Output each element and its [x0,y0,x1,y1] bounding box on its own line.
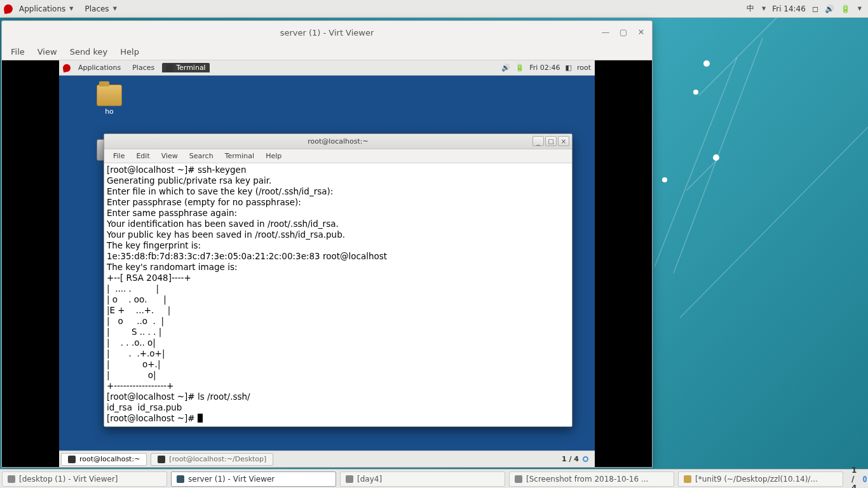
virt-viewer-display[interactable]: Applications Places Terminal 🔊 🔋 Fri 02:… [2,60,652,467]
task-desktop-vv[interactable]: [desktop (1) - Virt Viewer] [2,471,167,487]
folder-icon [97,85,122,106]
host-top-panel: Applications ▼ Places ▼ 中 ▼ Fri 14:46 ◻ … [0,0,868,18]
volume-icon[interactable]: 🔊 [825,4,834,13]
terminal-output[interactable]: [root@localhost ~]# ssh-keygen Generatin… [104,163,572,426]
term-menu-search[interactable]: Search [184,151,219,161]
workspace-dot-icon [863,476,867,482]
terminal-title: root@localhost:~ [308,137,368,146]
window-title: server (1) - Virt Viewer [280,28,374,37]
volume-icon[interactable]: 🔊 [501,64,510,72]
host-workspace-indicator[interactable]: 1 / 4 [845,466,868,489]
svg-point-5 [703,60,710,67]
maximize-button[interactable]: □ [545,136,557,146]
term-menu-edit[interactable]: Edit [131,151,154,161]
guest-places-menu[interactable]: Places [128,63,158,72]
guest-task-desktop-folder[interactable]: [root@localhost:~/Desktop] [151,453,273,466]
places-menu[interactable]: Places ▼ [79,3,121,15]
battery-icon[interactable]: 🔋 [841,4,850,13]
guest-terminal-app[interactable]: Terminal [162,63,210,72]
minimize-button[interactable]: — [599,25,613,39]
battery-icon[interactable]: 🔋 [515,64,524,72]
task-screenshot[interactable]: [Screenshot from 2018-10-16 ... [509,471,674,487]
task-unit9[interactable]: [*unit9 (~/Desktop/zzl(10.14)/... [678,471,843,487]
terminal-text: [root@localhost ~]# ssh-keygen Generatin… [107,165,387,423]
image-viewer-icon [515,475,522,483]
chevron-down-icon: ▼ [858,6,862,11]
guest-desktop[interactable]: Applications Places Terminal 🔊 🔋 Fri 02:… [59,60,595,467]
menu-view[interactable]: View [32,46,62,58]
svg-line-1 [674,38,763,273]
ime-indicator[interactable]: 中 [747,3,754,14]
svg-line-2 [686,159,718,191]
editor-icon [684,475,691,483]
guest-wallpaper[interactable]: ho Tr root@localhost:~ _ □ × [59,76,595,451]
virt-viewer-titlebar[interactable]: server (1) - Virt Viewer — ▢ ✕ [2,21,652,44]
svg-point-8 [662,177,667,182]
app-icon [8,475,15,483]
gnome-terminal-window[interactable]: root@localhost:~ _ □ × File Edit View Se [104,133,573,427]
maximize-button[interactable]: ▢ [616,25,630,39]
terminal-icon [166,64,173,72]
term-menu-file[interactable]: File [108,151,130,161]
close-button[interactable]: × [558,136,569,146]
minimize-button[interactable]: _ [532,136,544,146]
close-button[interactable]: ✕ [634,25,648,39]
distro-logo-icon [62,64,71,72]
menu-help[interactable]: Help [115,46,144,58]
terminal-titlebar[interactable]: root@localhost:~ _ □ × [104,134,572,149]
host-bottom-panel: [desktop (1) - Virt Viewer] server (1) -… [0,469,868,488]
terminal-icon [68,456,76,463]
virt-viewer-window[interactable]: server (1) - Virt Viewer — ▢ ✕ File View… [1,20,653,468]
svg-line-4 [680,127,868,318]
workspace-icon[interactable]: ◻ [812,4,818,13]
guest-workspace-indicator[interactable]: 1 / 4 [555,455,595,463]
guest-top-panel: Applications Places Terminal 🔊 🔋 Fri 02:… [59,60,595,76]
guest-bottom-panel: root@localhost:~ [root@localhost:~/Deskt… [59,451,595,467]
term-menu-help[interactable]: Help [261,151,287,161]
svg-point-6 [693,90,698,95]
app-icon [177,475,184,483]
home-folder-icon[interactable]: ho [87,85,132,116]
terminal-cursor [198,414,203,423]
power-icon[interactable]: ◧ [566,64,572,72]
guest-task-terminal[interactable]: root@localhost:~ [61,453,147,466]
host-desktop: Applications ▼ Places ▼ 中 ▼ Fri 14:46 ◻ … [0,0,868,488]
home-label: ho [105,107,114,116]
chevron-down-icon: ▼ [69,6,73,11]
terminal-icon [158,456,165,463]
task-day4[interactable]: [day4] [340,471,505,487]
workspace-dot-icon [583,456,588,462]
places-label: Places [85,4,109,13]
applications-label: Applications [19,4,65,13]
guest-applications-menu[interactable]: Applications [74,63,125,72]
guest-user[interactable]: root [577,64,591,72]
terminal-menubar: File Edit View Search Terminal Help [104,149,572,163]
distro-logo-icon [3,3,13,13]
clock[interactable]: Fri 14:46 [772,4,806,13]
chevron-down-icon: ▼ [113,6,117,11]
task-server-vv[interactable]: server (1) - Virt Viewer [171,471,336,487]
term-menu-terminal[interactable]: Terminal [220,151,260,161]
virt-viewer-menubar: File View Send key Help [2,44,652,60]
chevron-down-icon: ▼ [762,6,766,11]
menu-file[interactable]: File [6,46,30,58]
app-icon [346,475,353,483]
svg-point-7 [713,154,719,161]
guest-clock[interactable]: Fri 02:46 [529,64,560,72]
term-menu-view[interactable]: View [156,151,183,161]
svg-line-0 [654,57,737,267]
applications-menu[interactable]: Applications ▼ [14,3,78,15]
menu-send-key[interactable]: Send key [65,46,113,58]
